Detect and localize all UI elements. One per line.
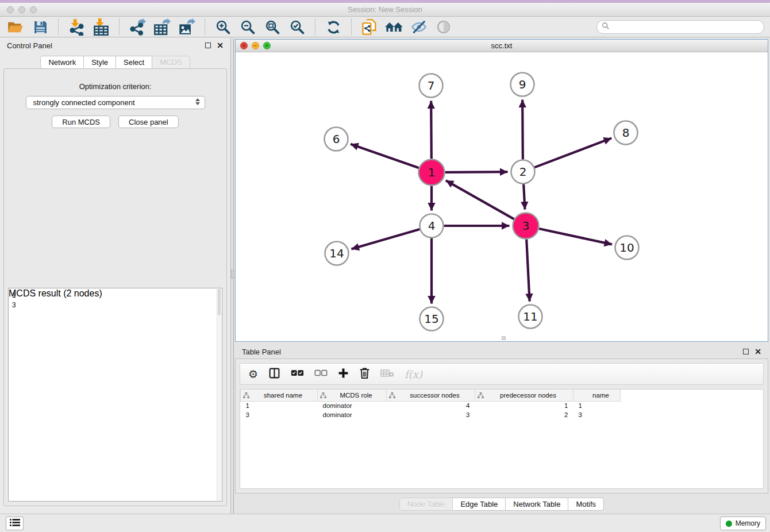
toolbar-separator xyxy=(119,19,120,35)
control-panel-title: Control Panel xyxy=(7,41,52,50)
close-table-panel-icon[interactable]: ✕ xyxy=(754,349,761,354)
zoom-selected-button[interactable] xyxy=(287,18,307,36)
delete-column-button[interactable] xyxy=(359,367,370,381)
app-window: Session: New Session Control Pa xyxy=(0,0,770,532)
tab-motifs[interactable]: Motifs xyxy=(568,498,604,511)
task-history-button[interactable] xyxy=(6,516,24,530)
tab-edge-table[interactable]: Edge Table xyxy=(453,498,506,511)
function-builder-button[interactable]: f(x) xyxy=(405,368,422,380)
function-icon: f(x) xyxy=(405,368,422,380)
save-icon xyxy=(33,20,48,34)
criterion-select[interactable]: strongly connected component xyxy=(26,96,205,109)
clone-network-button[interactable] xyxy=(360,18,379,36)
toolbar-separator xyxy=(205,19,205,35)
network-minimize-button[interactable]: − xyxy=(252,42,259,49)
zoom-fit-button[interactable] xyxy=(263,18,282,36)
delete-table-button[interactable] xyxy=(380,369,394,379)
panel-splitter[interactable] xyxy=(230,38,234,514)
table-cell[interactable]: dominator xyxy=(318,401,387,410)
graph-edge-3-10[interactable] xyxy=(539,229,612,244)
panel-mode-button[interactable] xyxy=(268,367,280,381)
float-table-panel-icon[interactable] xyxy=(743,349,749,354)
tab-network[interactable]: Network xyxy=(40,56,84,69)
tab-mcds[interactable]: MCDS xyxy=(152,56,190,69)
result-scrollbar[interactable] xyxy=(217,289,221,500)
refresh-button[interactable] xyxy=(324,18,343,36)
table-cell[interactable]: 3 xyxy=(241,410,318,419)
table-panel-body: ⚙ f(x) shared nameMCDS rolesuccessor nod… xyxy=(235,358,768,494)
graph-edge-1-7[interactable] xyxy=(431,101,432,159)
graph-edge-3-1[interactable] xyxy=(446,180,514,219)
table-cell[interactable]: 1 xyxy=(241,401,318,410)
save-session-button[interactable] xyxy=(30,18,50,36)
create-column-button[interactable] xyxy=(338,368,349,380)
memory-button[interactable]: Memory xyxy=(720,516,766,530)
graph-edge-3-11[interactable] xyxy=(526,239,529,301)
refresh-icon xyxy=(326,20,341,35)
graph-edge-1-6[interactable] xyxy=(351,144,419,168)
table-cell[interactable]: 3 xyxy=(573,410,621,419)
select-all-button[interactable] xyxy=(291,369,304,379)
status-bar: Memory xyxy=(0,514,770,532)
tab-network-table[interactable]: Network Table xyxy=(506,498,568,511)
float-panel-icon[interactable] xyxy=(205,43,211,48)
close-panel-button[interactable]: Close panel xyxy=(118,115,179,128)
export-image-button[interactable] xyxy=(177,18,197,36)
clone-network-icon xyxy=(361,18,378,36)
node-table-body: 1dominator4113dominator323 xyxy=(241,401,621,419)
network-window[interactable]: × − + scc.txt 7968124314101511 xyxy=(235,39,768,342)
unselect-all-button[interactable] xyxy=(314,369,328,379)
close-panel-icon[interactable]: ✕ xyxy=(217,43,224,48)
graph-edge-2-9[interactable] xyxy=(522,99,523,159)
show-hide-button[interactable] xyxy=(434,18,453,36)
column-header[interactable]: name xyxy=(573,390,621,401)
search-input[interactable] xyxy=(613,22,759,32)
table-settings-button[interactable]: ⚙ xyxy=(248,368,258,380)
zoom-in-button[interactable] xyxy=(213,18,233,36)
list-icon xyxy=(10,518,20,529)
zoom-window-button[interactable] xyxy=(30,6,37,13)
control-panel-tabs: Network Style Select MCDS xyxy=(0,56,230,69)
import-network-button[interactable] xyxy=(67,18,86,36)
optimization-criterion-label: Optimization criterion: xyxy=(4,82,226,91)
column-header[interactable]: MCDS role xyxy=(318,390,387,401)
home-button[interactable] xyxy=(384,18,404,36)
table-cell[interactable]: 2 xyxy=(475,410,573,419)
graph-node-label: 4 xyxy=(428,219,436,233)
column-header[interactable]: successor nodes xyxy=(387,390,475,401)
graph-edge-2-8[interactable] xyxy=(534,138,611,167)
tab-node-table[interactable]: Node Table xyxy=(399,498,453,511)
network-canvas[interactable]: 7968124314101511 xyxy=(236,53,768,341)
zoom-out-button[interactable] xyxy=(238,18,257,36)
close-window-button[interactable] xyxy=(7,6,14,13)
network-window-titlebar[interactable]: × − + scc.txt xyxy=(236,40,768,52)
run-mcds-button[interactable]: Run MCDS xyxy=(52,115,110,128)
minimize-window-button[interactable] xyxy=(18,6,25,13)
table-tabs: Node Table Edge Table Network Table Moti… xyxy=(235,498,768,511)
open-file-button[interactable] xyxy=(6,18,25,36)
graphics-details-toggle-button[interactable] xyxy=(409,18,429,36)
import-table-button[interactable] xyxy=(91,18,111,36)
column-header[interactable]: predecessor nodes xyxy=(475,390,573,401)
table-cell[interactable]: 1 xyxy=(573,401,621,410)
graph-edge-2-3[interactable] xyxy=(523,184,525,209)
table-cell[interactable]: 1 xyxy=(475,401,573,410)
graph-edge-1-2[interactable] xyxy=(445,172,507,172)
table-cell[interactable]: dominator xyxy=(318,410,387,419)
zoom-in-icon xyxy=(215,19,231,35)
graph-edge-4-14[interactable] xyxy=(351,229,419,249)
titlebar[interactable]: Session: New Session xyxy=(0,3,770,17)
column-header[interactable]: shared name xyxy=(241,390,318,401)
tab-select[interactable]: Select xyxy=(116,56,152,69)
network-close-button[interactable]: × xyxy=(240,42,248,49)
import-table-icon xyxy=(93,18,110,36)
network-resize-grip[interactable] xyxy=(502,336,506,340)
network-zoom-button[interactable]: + xyxy=(263,42,271,49)
export-table-button[interactable] xyxy=(152,18,172,36)
window-controls xyxy=(7,6,37,13)
table-cell[interactable]: 4 xyxy=(387,401,475,410)
export-network-button[interactable] xyxy=(128,18,147,36)
table-cell[interactable]: 3 xyxy=(387,410,475,419)
mcds-result-text[interactable]: 1 3 xyxy=(12,291,215,499)
tab-style[interactable]: Style xyxy=(84,56,116,69)
